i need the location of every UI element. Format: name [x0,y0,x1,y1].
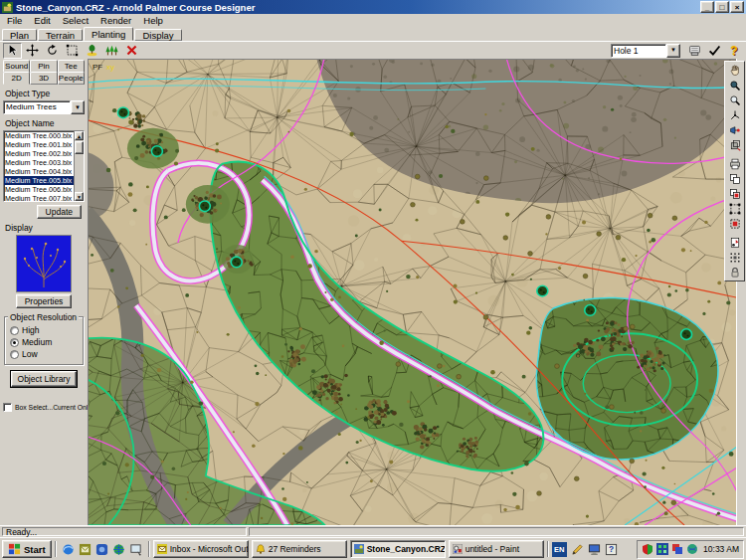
taskbar-button-label: Inbox - Microsoft Outlook [170,544,249,554]
display-label: Display [5,223,85,233]
minimize-button[interactable]: _ [700,1,714,13]
panel-tab-3d[interactable]: 3D [30,72,57,85]
tab-display[interactable]: Display [134,29,181,41]
grid-select-icon[interactable] [726,250,743,265]
planting-side-panel: SoundPinTee 2D3DPeople Object Type Mediu… [0,59,88,525]
object-type-value[interactable]: Medium Trees [3,100,71,114]
flag-page-icon[interactable] [726,235,743,250]
tab-planting[interactable]: Planting [84,27,133,41]
menu-bar: FileEditSelectRenderHelp [0,14,746,27]
plant-tree-icon[interactable] [83,43,101,59]
sphere-tray-icon[interactable] [686,543,698,555]
taskbar-button-27-reminders[interactable]: 27 Reminders [252,540,347,558]
select-arrow-icon[interactable] [3,43,22,59]
taskbar-button-inbox-microsoft-outlook[interactable]: Inbox - Microsoft Outlook [153,540,249,558]
marquee-icon[interactable] [726,201,743,216]
radio-high[interactable] [10,326,19,335]
pan-hand-icon[interactable] [726,63,743,78]
panel-tab-2d[interactable]: 2D [3,72,30,85]
globe-icon[interactable] [112,542,126,556]
axis-3d-icon[interactable] [726,107,743,122]
course-canvas-area: PFxy [88,59,736,525]
menu-item-help[interactable]: Help [137,15,169,26]
grid-tray-icon[interactable] [656,543,668,555]
workspace: SoundPinTee 2D3DPeople Object Type Mediu… [0,59,746,525]
maximize-button[interactable]: □ [715,1,729,13]
menu-item-file[interactable]: File [1,15,28,26]
tab-plan[interactable]: Plan [2,29,37,41]
zoom-icon[interactable] [726,93,743,107]
start-button[interactable]: Start [2,540,52,558]
hole-selector-dropdown-button[interactable]: ▼ [666,44,680,58]
render-card-icon[interactable] [685,43,703,58]
pencil-icon[interactable] [570,542,585,557]
scroll-up-button[interactable]: ▲ [75,131,84,140]
help-icon[interactable]: ? [725,43,743,58]
status-message: Ready... [2,527,247,536]
language-indicator[interactable]: EN [552,542,567,557]
object-list-item[interactable]: Medium Tree.005.blx [4,176,74,185]
object-list-scrollbar[interactable]: ▲ ▼ [74,131,84,201]
menu-item-select[interactable]: Select [57,15,94,26]
menu-item-render[interactable]: Render [94,15,137,26]
svg-text:?: ? [609,544,614,554]
object-list-item[interactable]: Medium Tree.004.blx [4,167,74,176]
zoom-region-icon[interactable] [726,78,743,93]
outlook-launch-icon[interactable] [79,542,93,556]
radio-medium[interactable] [10,338,19,347]
taskbar-button-untitled-paint[interactable]: untitled - Paint [449,540,544,558]
lock-icon[interactable] [726,265,743,280]
resolution-option-low[interactable]: Low [10,349,81,359]
orbit-cube-icon[interactable] [726,137,743,152]
apply-check-icon[interactable] [705,43,723,58]
tile-red-icon[interactable] [726,186,743,201]
course-terrain-canvas[interactable]: PFxy [89,60,736,525]
object-list-item[interactable]: Medium Tree.000.blx [4,131,74,140]
object-list-item[interactable]: Medium Tree.006.blx [4,185,74,194]
taskbar-button-stone-canyon-crz[interactable]: Stone_Canyon.CRZ - ... [350,540,446,558]
resolution-option-medium[interactable]: Medium [10,337,81,347]
resolution-option-high[interactable]: High [10,325,81,335]
plant-trees-icon[interactable] [102,43,121,59]
object-list-item[interactable]: Medium Tree.001.blx [4,140,74,149]
toolbar: ▼ ? [0,41,746,59]
help-box-icon[interactable]: ? [604,542,619,557]
tab-terrain[interactable]: Terrain [38,29,83,41]
status-bar: Ready... [0,525,746,537]
taskbar-button-label: Stone_Canyon.CRZ - ... [367,544,446,554]
ie-icon[interactable] [62,542,76,556]
properties-button[interactable]: Properties [16,294,73,308]
object-library-button[interactable]: Object Library [11,371,78,387]
object-type-select: Medium Trees ▼ [3,100,85,114]
scroll-down-button[interactable]: ▼ [75,192,84,201]
window-title: Stone_Canyon.CRZ - Arnold Palmer Course … [16,2,699,13]
box-select-checkbox[interactable] [3,403,12,412]
shield-tray-icon[interactable] [642,543,653,555]
update-button[interactable]: Update [37,205,82,219]
taskbar-button-label: 27 Reminders [269,544,321,554]
bounds-icon[interactable] [63,43,82,59]
overlap-tray-icon[interactable] [671,543,683,555]
monitor-icon[interactable] [587,542,602,557]
radio-low[interactable] [10,350,19,359]
camera-target-icon[interactable] [726,122,743,137]
printer-icon[interactable] [726,156,743,171]
media-icon[interactable] [95,542,109,556]
object-list-item[interactable]: Medium Tree.003.blx [4,158,74,167]
panel-tab-people[interactable]: People [58,72,85,85]
taskbar-clock[interactable]: 10:33 AM [701,544,739,554]
tile-windows-icon[interactable] [726,171,743,186]
scroll-thumb[interactable] [75,141,84,154]
hole-selector-input[interactable] [611,44,666,58]
object-list-item[interactable]: Medium Tree.007.blx [4,194,74,201]
marquee-red-icon[interactable] [726,216,743,231]
close-button[interactable]: × [730,1,744,13]
object-type-dropdown-button[interactable]: ▼ [71,100,85,114]
radio-label-medium: Medium [22,337,52,347]
menu-item-edit[interactable]: Edit [28,15,56,26]
rotate-icon[interactable] [43,43,62,59]
show-desktop-icon[interactable] [129,542,143,556]
object-list-item[interactable]: Medium Tree.002.blx [4,149,74,158]
delete-icon[interactable] [122,43,141,59]
move-icon[interactable] [23,43,42,59]
